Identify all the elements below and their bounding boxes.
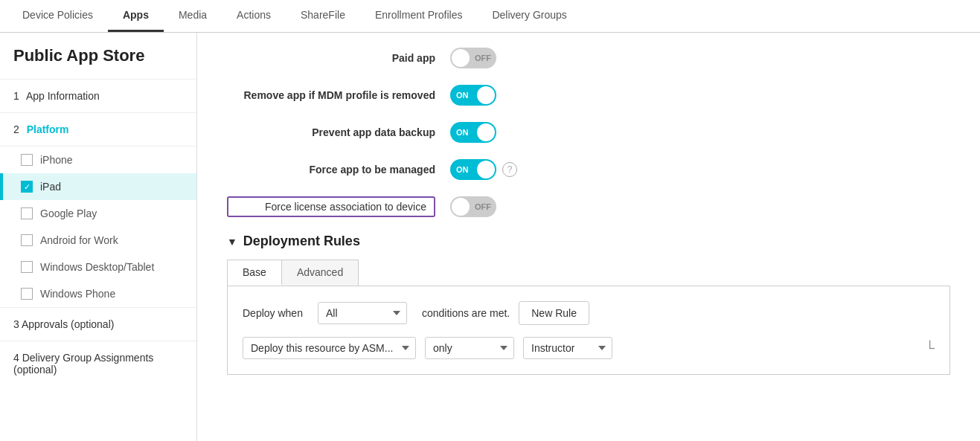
top-navigation: Device PoliciesAppsMediaActionsShareFile… (0, 0, 980, 33)
platform-item-label-iphone: iPhone (40, 154, 73, 166)
tabs-bar: BaseAdvanced (227, 260, 359, 286)
collapse-arrow-icon[interactable]: ▼ (227, 236, 237, 248)
nav-item-enrollment-profiles[interactable]: Enrollment Profiles (360, 0, 478, 32)
checkbox-android-for-work[interactable] (21, 234, 33, 246)
section-label-delivery: Delivery Group Assignments (optional) (13, 352, 153, 376)
deploy-rules-body: Deploy when AllAnyNone conditions are me… (227, 286, 950, 375)
toggle-switch-force-license[interactable]: OFF (450, 196, 496, 217)
checkbox-windows-phone[interactable] (21, 288, 33, 300)
toggle-text-paid-app: OFF (475, 54, 491, 62)
toggle-text-force-license: OFF (475, 202, 491, 211)
checkbox-ipad[interactable] (21, 181, 33, 193)
platform-item-android-for-work[interactable]: Android for Work (0, 227, 196, 254)
platform-item-label-windows-phone: Windows Phone (40, 288, 115, 300)
toggle-text-prevent-backup: ON (456, 128, 469, 137)
toggle-knob-prevent-backup (477, 123, 495, 141)
sidebar: Public App Store 1 App Information 2 Pla… (0, 33, 197, 441)
section-num-1: 1 (13, 90, 19, 102)
toggle-row-paid-app: Paid appOFF (227, 48, 950, 68)
platform-item-iphone[interactable]: iPhone (0, 147, 196, 173)
toggle-switch-remove-app-mdm[interactable]: ON (450, 85, 496, 106)
toggle-label-paid-app: Paid app (227, 52, 435, 64)
platform-item-ipad[interactable]: iPad (0, 173, 196, 200)
toggle-row-force-managed: Force app to be managedON? (227, 159, 950, 180)
toggle-switch-paid-app[interactable]: OFF (450, 48, 496, 68)
toggle-row-force-license: Force license association to deviceOFF (227, 196, 950, 217)
platform-item-google-play[interactable]: Google Play (0, 200, 196, 227)
toggle-knob-remove-app-mdm (477, 86, 495, 104)
section-num-2: 2 (13, 123, 19, 135)
platform-item-label-android-for-work: Android for Work (40, 234, 118, 246)
toggle-rows: Paid appOFFRemove app if MDM profile is … (227, 48, 950, 217)
toggle-switch-prevent-backup[interactable]: ON (450, 122, 496, 143)
nav-item-delivery-groups[interactable]: Delivery Groups (477, 0, 581, 32)
platform-items-list: iPhoneiPadGoogle PlayAndroid for WorkWin… (0, 146, 196, 307)
toggle-label-force-license[interactable]: Force license association to device (227, 196, 435, 217)
platform-item-windows-phone[interactable]: Windows Phone (0, 280, 196, 307)
tab-advanced[interactable]: Advanced (282, 260, 358, 286)
nav-item-actions[interactable]: Actions (222, 0, 286, 32)
nav-item-apps[interactable]: Apps (108, 0, 164, 32)
deploy-when-select[interactable]: AllAnyNone (318, 302, 407, 324)
tab-base[interactable]: Base (228, 260, 282, 286)
sidebar-section-platform[interactable]: 2 Platform (0, 112, 196, 146)
only-select[interactable]: onlyandor (425, 337, 514, 359)
deploy-when-row: Deploy when AllAnyNone conditions are me… (243, 301, 935, 325)
toggle-row-remove-app-mdm: Remove app if MDM profile is removedON (227, 85, 950, 106)
deployment-rules: ▼ Deployment Rules BaseAdvanced Deploy w… (227, 234, 950, 375)
deployment-rules-header: ▼ Deployment Rules (227, 234, 950, 249)
platform-item-windows-desktop[interactable]: Windows Desktop/Tablet (0, 254, 196, 280)
platform-item-label-ipad: iPad (40, 181, 61, 193)
deploy-when-label: Deploy when (243, 307, 303, 319)
sidebar-section-app-info[interactable]: 1 App Information (0, 79, 196, 112)
checkbox-google-play[interactable] (21, 207, 33, 219)
checkbox-windows-desktop[interactable] (21, 261, 33, 273)
sidebar-section-approvals[interactable]: 3 Approvals (optional) (0, 307, 196, 341)
toggle-label-force-managed: Force app to be managed (227, 164, 435, 176)
toggle-text-remove-app-mdm: ON (456, 91, 469, 100)
platform-item-label-windows-desktop: Windows Desktop/Tablet (40, 261, 154, 273)
checkbox-iphone[interactable] (21, 154, 33, 166)
toggle-label-prevent-backup: Prevent app data backup (227, 126, 435, 138)
toggle-switch-force-managed[interactable]: ON (450, 159, 496, 180)
new-rule-button[interactable]: New Rule (519, 301, 589, 325)
nav-item-sharefile[interactable]: ShareFile (286, 0, 360, 32)
toggle-knob-force-managed (477, 161, 495, 178)
section-label-approvals: Approvals (optional) (22, 318, 115, 330)
nav-item-media[interactable]: Media (164, 0, 222, 32)
toggle-label-remove-app-mdm: Remove app if MDM profile is removed (227, 89, 435, 101)
conditions-label: conditions are met. (422, 307, 510, 319)
sidebar-title: Public App Store (0, 33, 196, 79)
toggle-knob-paid-app (452, 49, 470, 67)
deploy-resource-row: Deploy this resource by ASM...Do not dep… (243, 337, 935, 359)
nav-item-device-policies[interactable]: Device Policies (7, 0, 108, 32)
section-label-platform: Platform (27, 123, 69, 135)
instructor-select[interactable]: InstructorStudentTeacher (523, 337, 612, 359)
main-layout: Public App Store 1 App Information 2 Pla… (0, 33, 980, 441)
help-icon-force-managed[interactable]: ? (502, 162, 517, 177)
toggle-row-prevent-backup: Prevent app data backupON (227, 122, 950, 143)
deployment-rules-title: Deployment Rules (243, 234, 360, 249)
toggle-text-force-managed: ON (456, 165, 469, 174)
deploy-resource-select[interactable]: Deploy this resource by ASM...Do not dep… (243, 337, 416, 359)
content-area: Paid appOFFRemove app if MDM profile is … (197, 33, 980, 441)
section-num-3: 3 (13, 318, 19, 330)
delete-row-icon[interactable]: └ (925, 341, 935, 356)
sidebar-section-delivery[interactable]: 4 Delivery Group Assignments (optional) (0, 341, 196, 386)
section-label-app-info: App Information (26, 90, 100, 102)
section-num-4: 4 (13, 352, 19, 364)
platform-item-label-google-play: Google Play (40, 207, 97, 219)
toggle-knob-force-license (452, 198, 470, 216)
